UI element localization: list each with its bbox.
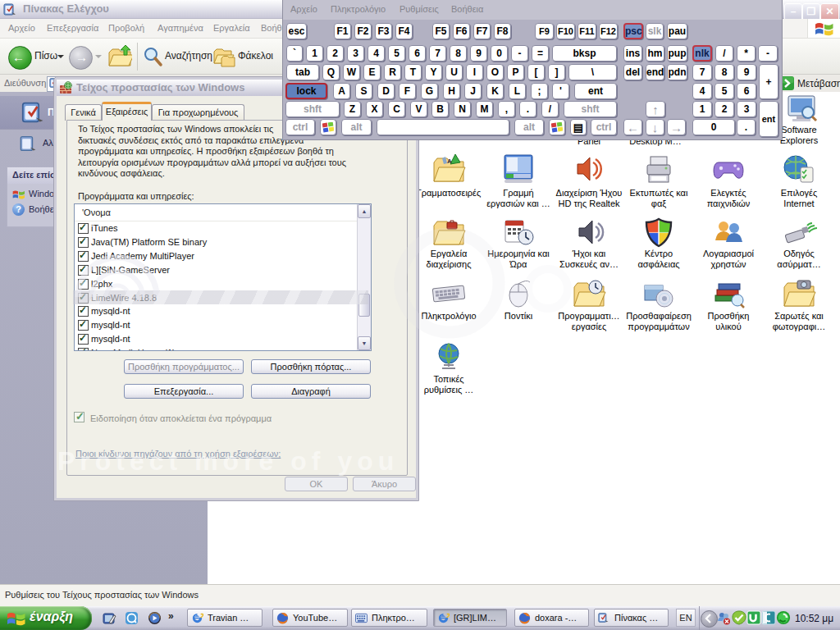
svg-text:A: A [447,158,452,165]
